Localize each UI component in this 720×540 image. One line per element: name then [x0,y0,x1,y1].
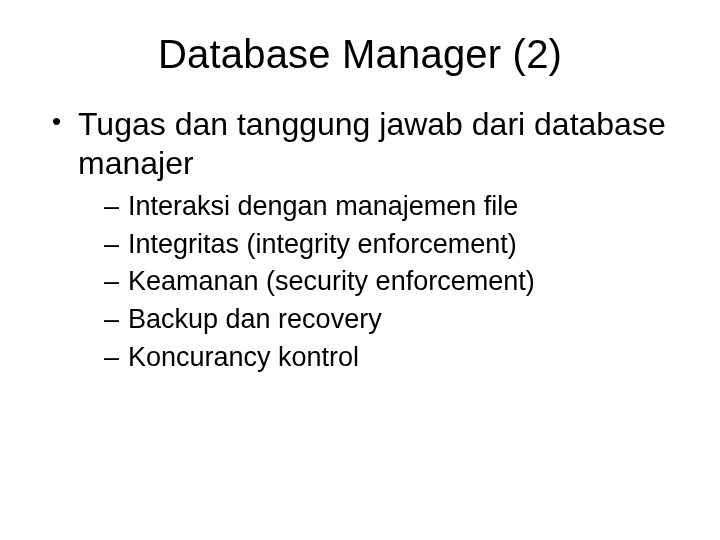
list-item: Keamanan (security enforcement) [104,264,680,300]
list-item: Interaksi dengan manajemen file [104,189,680,225]
slide: Database Manager (2) Tugas dan tanggung … [0,0,720,540]
list-item: Tugas dan tanggung jawab dari database m… [50,105,680,375]
list-item-text: Backup dan recovery [128,304,382,334]
list-item-text: Integritas (integrity enforcement) [128,229,517,259]
list-item-text: Keamanan (security enforcement) [128,266,535,296]
list-item: Koncurancy kontrol [104,340,680,376]
bullet-list-level1: Tugas dan tanggung jawab dari database m… [50,105,680,375]
list-item-text: Tugas dan tanggung jawab dari database m… [78,106,666,181]
list-item-text: Koncurancy kontrol [128,342,359,372]
slide-title: Database Manager (2) [40,32,680,77]
list-item: Integritas (integrity enforcement) [104,227,680,263]
bullet-list-level2: Interaksi dengan manajemen file Integrit… [104,189,680,375]
list-item-text: Interaksi dengan manajemen file [128,191,518,221]
list-item: Backup dan recovery [104,302,680,338]
